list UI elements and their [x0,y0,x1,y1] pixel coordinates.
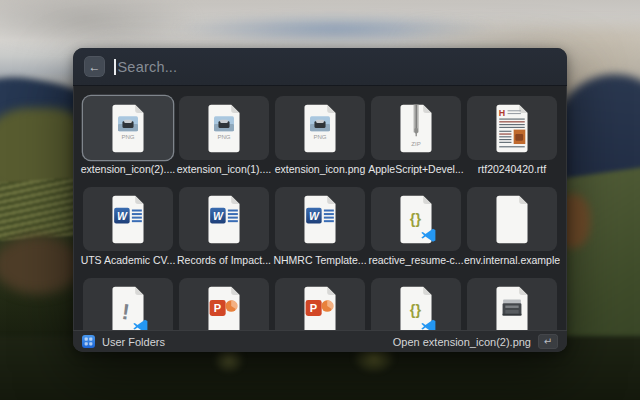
search-input[interactable]: Search... [118,59,178,75]
text-cursor [114,59,116,75]
file-item[interactable]: UTS Academic CV... [83,187,173,267]
arrow-left-icon: ← [89,61,101,73]
status-bar: User Folders Open extension_icon(2).png … [73,330,567,352]
file-tile[interactable] [467,187,557,251]
file-item[interactable]: extension_icon.png [275,96,365,176]
file-name: reactive_resume-c... [368,254,464,267]
file-tile[interactable] [371,187,461,251]
word-file-icon [204,194,244,245]
file-tile[interactable] [83,96,173,160]
return-key-icon: ↵ [538,334,558,349]
json-code-file-icon [396,285,436,331]
file-tile[interactable] [179,278,269,330]
file-name: AppleScript+Devel... [368,163,464,176]
file-name: extension_icon(1).... [176,163,272,176]
file-name: env.internal.example [464,254,560,267]
file-name: NHMRC Template... [272,254,368,267]
launcher-window: ← Search... extension_icon(2).... extens… [73,48,567,352]
file-tile[interactable] [179,96,269,160]
file-tile[interactable] [467,96,557,160]
file-tile[interactable] [275,187,365,251]
rtf-file-icon [492,103,532,154]
printer-file-icon [492,285,532,331]
file-item[interactable]: NHMRC Template... [275,187,365,267]
plain-file-icon [492,194,532,245]
screen: ← Search... extension_icon(2).... extens… [0,0,640,400]
alert-code-file-icon [108,285,148,331]
file-tile[interactable] [371,96,461,160]
file-name: UTS Academic CV... [80,254,176,267]
primary-action-label: Open extension_icon(2).png [393,336,531,348]
file-item[interactable]: reactive_resume-c... [371,187,461,267]
file-grid: extension_icon(2).... extension_icon(1).… [73,86,567,330]
file-item[interactable] [275,278,365,330]
file-item[interactable]: extension_icon(1).... [179,96,269,176]
png-file-icon [108,103,148,154]
file-item[interactable]: rtf20240420.rtf [467,96,557,176]
source-label: User Folders [102,336,165,348]
wallpaper-brown-patch [0,236,82,294]
word-file-icon [300,194,340,245]
return-glyph: ↵ [544,337,552,347]
file-name: rtf20240420.rtf [464,163,560,176]
user-folders-icon [82,335,95,348]
back-button[interactable]: ← [84,56,105,77]
file-tile[interactable] [83,278,173,330]
file-name: extension_icon(2).... [80,163,176,176]
file-tile[interactable] [83,187,173,251]
file-item[interactable] [179,278,269,330]
search-bar[interactable]: ← Search... [73,48,567,86]
source-indicator[interactable]: User Folders [82,335,393,348]
json-code-file-icon [396,194,436,245]
file-item[interactable] [83,278,173,330]
file-item[interactable]: AppleScript+Devel... [371,96,461,176]
file-item[interactable]: env.internal.example [467,187,557,267]
file-item[interactable] [371,278,461,330]
file-tile[interactable] [275,278,365,330]
png-file-icon [204,103,244,154]
file-item[interactable] [467,278,557,330]
file-item[interactable]: Records of Impact... [179,187,269,267]
primary-action[interactable]: Open extension_icon(2).png ↵ [393,334,558,349]
word-file-icon [108,194,148,245]
file-name: Records of Impact... [176,254,272,267]
ppt-file-icon [204,285,244,331]
ppt-file-icon [300,285,340,331]
png-file-icon [300,103,340,154]
file-item[interactable]: extension_icon(2).... [83,96,173,176]
file-tile[interactable] [179,187,269,251]
zip-file-icon [396,103,436,154]
file-name: extension_icon.png [272,163,368,176]
file-tile[interactable] [467,278,557,330]
file-tile[interactable] [371,278,461,330]
file-tile[interactable] [275,96,365,160]
